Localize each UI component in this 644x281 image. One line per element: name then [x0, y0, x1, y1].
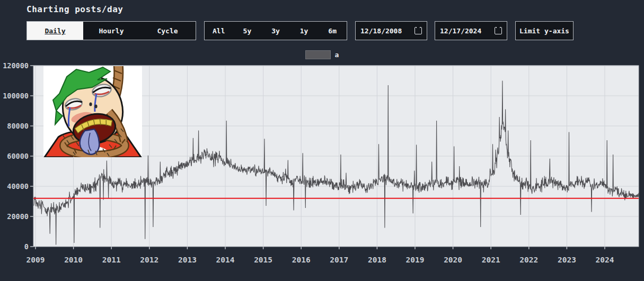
x-axis-label: 2012: [140, 256, 158, 264]
x-axis-label: 2018: [368, 256, 386, 264]
x-axis-label: 2020: [444, 256, 462, 264]
y-axis-label: 40000: [7, 182, 29, 191]
x-axis-label: 2013: [178, 256, 197, 264]
range-button-3y[interactable]: 3y: [261, 22, 290, 40]
range-button-1y-label: 1y: [300, 27, 308, 35]
legend-swatch: [305, 50, 331, 59]
calendar-icon[interactable]: [495, 27, 502, 34]
tab-cycle-label: Cycle: [157, 27, 178, 35]
y-axis-label: 80000: [7, 122, 29, 130]
tab-hourly-label: Hourly: [99, 27, 124, 35]
tab-hourly[interactable]: Hourly: [83, 22, 139, 40]
y-axis-label: 120000: [3, 61, 29, 70]
end-date-value: 12/17/2024: [440, 27, 481, 35]
x-axis-label: 2014: [216, 256, 235, 264]
view-tab-group: DailyHourlyCycle: [27, 21, 196, 40]
range-button-5y[interactable]: 5y: [233, 22, 262, 40]
calendar-icon[interactable]: [414, 27, 422, 34]
x-axis-label: 2017: [330, 256, 348, 264]
range-button-5y-label: 5y: [243, 27, 252, 35]
x-axis-label: 2022: [519, 256, 538, 264]
range-button-6m[interactable]: 6m: [318, 22, 347, 40]
chart-legend[interactable]: a: [0, 50, 644, 59]
soyjak-meme-image: [43, 66, 142, 157]
x-axis-label: 2024: [596, 256, 614, 264]
x-axis-label: 2009: [27, 256, 45, 264]
range-button-all-label: All: [213, 27, 225, 35]
tab-daily[interactable]: Daily: [27, 22, 83, 40]
x-axis-label: 2023: [558, 256, 576, 264]
y-axis-label: 0: [24, 242, 29, 251]
tab-cycle[interactable]: Cycle: [139, 22, 196, 40]
range-button-3y-label: 3y: [271, 27, 280, 35]
limit-y-axis-button[interactable]: Limit y-axis: [515, 21, 574, 40]
start-date-input[interactable]: 12/18/2008: [355, 21, 427, 40]
x-axis-label: 2010: [64, 256, 83, 264]
x-axis-label: 2021: [482, 256, 500, 264]
x-axis-label: 2015: [254, 256, 272, 264]
page-title: Charting posts/day: [27, 4, 123, 14]
y-axis-label: 100000: [3, 92, 29, 100]
range-button-all[interactable]: All: [205, 22, 233, 40]
tab-daily-label: Daily: [45, 27, 65, 35]
end-date-input[interactable]: 12/17/2024: [435, 21, 507, 40]
y-axis-label: 60000: [7, 152, 29, 160]
range-button-group: All5y3y1y6m: [204, 21, 347, 40]
tongue: [80, 129, 100, 155]
legend-series-label: a: [335, 51, 339, 59]
start-date-value: 12/18/2008: [360, 27, 402, 35]
range-button-6m-label: 6m: [328, 27, 337, 35]
range-button-1y[interactable]: 1y: [290, 22, 319, 40]
x-axis-label: 2011: [102, 256, 121, 264]
x-axis-label: 2019: [406, 256, 425, 264]
y-axis-label: 20000: [7, 212, 29, 221]
x-axis-label: 2016: [292, 256, 311, 264]
charting-app: 2009201020112012201320142015201620172018…: [0, 0, 644, 281]
